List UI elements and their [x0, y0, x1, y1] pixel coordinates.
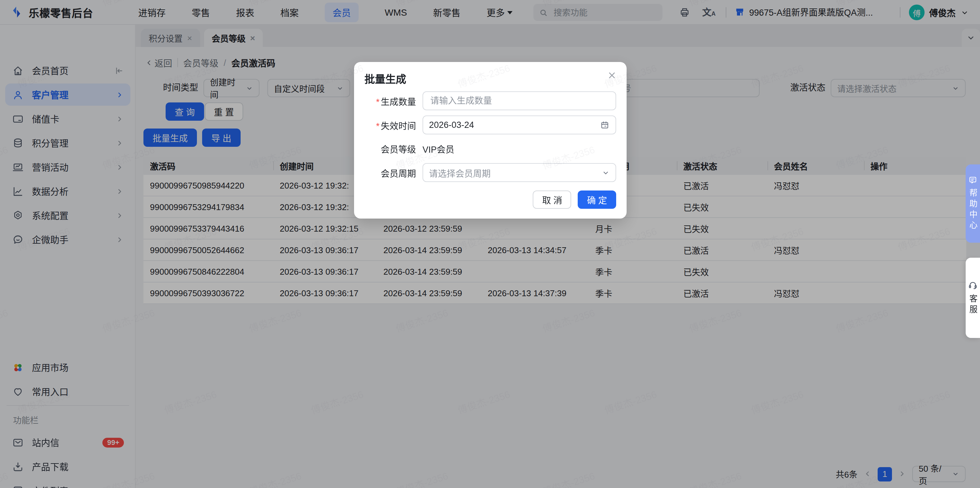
- modal-footer: 取 消 确 定: [364, 190, 616, 209]
- quantity-field[interactable]: [423, 91, 616, 110]
- quantity-input[interactable]: [429, 95, 610, 106]
- customer-service-tab[interactable]: 客服: [966, 258, 980, 338]
- customer-service-label: 客服: [967, 294, 979, 316]
- cancel-button[interactable]: 取 消: [533, 190, 571, 209]
- help-center-tab[interactable]: 帮助中心: [966, 164, 980, 243]
- member-period-placeholder: 请选择会员周期: [429, 166, 491, 179]
- chevron-down-icon: [602, 169, 610, 177]
- expiry-date-field[interactable]: 2026-03-24: [423, 115, 616, 134]
- modal-title: 批量生成: [364, 70, 616, 86]
- member-period-label: 会员周期: [364, 166, 423, 179]
- expiry-label: *失效时间: [364, 118, 423, 131]
- quantity-label: *生成数量: [364, 94, 423, 107]
- help-center-label: 帮助中心: [967, 188, 979, 231]
- member-level-value: VIP会员: [423, 142, 455, 155]
- batch-generate-modal: 批量生成 *生成数量 *失效时间 2026-03-24 会员等级 VIP会员 会…: [354, 62, 627, 218]
- headset-icon: [967, 280, 978, 290]
- help-chat-icon: [968, 175, 977, 185]
- member-level-label: 会员等级: [364, 142, 423, 155]
- calendar-icon: [600, 120, 610, 130]
- member-period-select[interactable]: 请选择会员周期: [423, 163, 616, 182]
- required-asterisk: *: [376, 97, 379, 107]
- app-window: 乐檬零售后台 进销存零售报表档案会员WMS新零售更多 文A 99675-A组新界…: [0, 0, 980, 488]
- expiry-date-value: 2026-03-24: [429, 120, 474, 130]
- required-asterisk: *: [376, 121, 379, 131]
- confirm-button[interactable]: 确 定: [578, 190, 616, 209]
- close-icon[interactable]: [607, 70, 617, 80]
